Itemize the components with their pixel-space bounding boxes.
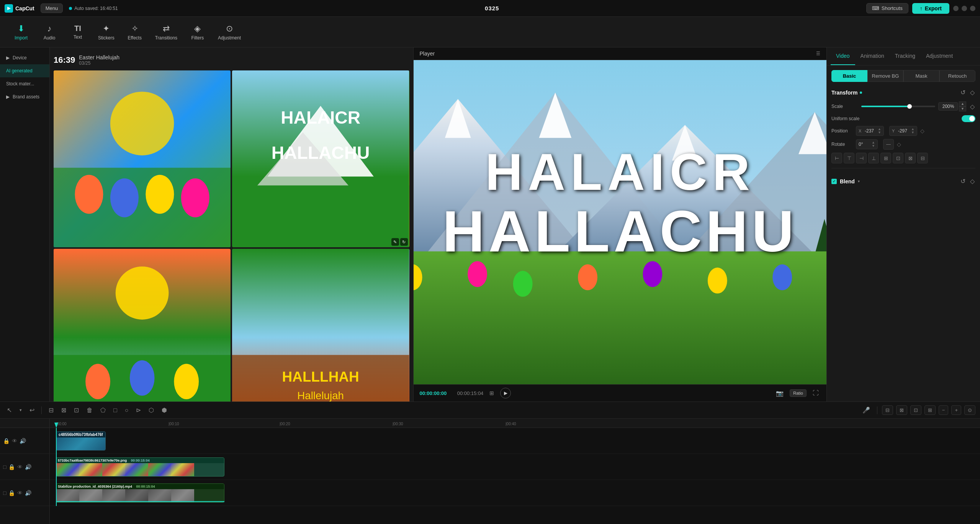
- rotate-reset-button[interactable]: —: [883, 139, 894, 150]
- reset-transform-button[interactable]: ↺: [960, 88, 966, 97]
- position-keyframe-button[interactable]: ◇: [919, 127, 925, 135]
- sidebar-item-device[interactable]: ▶ Device: [0, 51, 49, 64]
- track1-eye-icon[interactable]: 👁: [12, 438, 17, 444]
- edit-icon[interactable]: ✎: [391, 238, 399, 246]
- track2-audio-icon[interactable]: 🔊: [25, 464, 31, 470]
- pentagon-button[interactable]: ⬠: [98, 405, 108, 415]
- sub-tab-basic[interactable]: Basic: [831, 70, 867, 82]
- pos-y-down[interactable]: ▼: [911, 131, 915, 134]
- tool-text[interactable]: TI Text: [64, 21, 91, 43]
- blend-reset-button[interactable]: ↺: [960, 177, 966, 186]
- grid-view-icon[interactable]: ⊞: [488, 389, 496, 398]
- tl-fit-button[interactable]: ⊙: [964, 405, 975, 415]
- chevron-button[interactable]: ⊳: [134, 405, 143, 415]
- player-menu-icon[interactable]: ☰: [816, 51, 820, 56]
- clip-3[interactable]: Stabilize production_id_4035364 (2160p).…: [56, 483, 224, 503]
- select-tool-button[interactable]: ↖: [5, 405, 14, 415]
- square-button[interactable]: □: [111, 405, 119, 415]
- tl-zoom-in-button[interactable]: +: [951, 405, 961, 415]
- split-button[interactable]: ⊟: [46, 405, 56, 415]
- media-thumb-3[interactable]: [54, 249, 231, 402]
- align-left-button[interactable]: ⊢: [831, 153, 842, 163]
- align-right-button[interactable]: ⊣: [856, 153, 867, 163]
- track2-eye-icon[interactable]: 👁: [17, 464, 23, 470]
- rotate-field[interactable]: 0° ▲ ▼: [856, 139, 878, 149]
- tl-split2-button[interactable]: ⊡: [910, 405, 921, 415]
- track1-lock-icon[interactable]: 🔒: [3, 438, 10, 444]
- tab-tracking[interactable]: Tracking: [890, 47, 921, 65]
- track2-collapse-icon[interactable]: □: [3, 464, 6, 470]
- track1-audio-icon[interactable]: 🔊: [20, 438, 26, 444]
- uniform-scale-toggle[interactable]: [962, 115, 975, 122]
- sub-tab-remove-bg[interactable]: Remove BG: [867, 70, 903, 82]
- export-button[interactable]: ↑ Export: [912, 3, 949, 14]
- close-button[interactable]: [970, 6, 975, 11]
- split2-button[interactable]: ⊠: [59, 405, 69, 415]
- circle-button[interactable]: ○: [123, 405, 131, 415]
- tab-animation[interactable]: Animation: [855, 47, 890, 65]
- tool-audio[interactable]: ♪ Audio: [36, 21, 63, 44]
- pos-y-field[interactable]: Y -297 ▲ ▼: [889, 126, 917, 136]
- rotate-down[interactable]: ▼: [872, 144, 875, 148]
- tool-adjustment[interactable]: ⊙ Adjustment: [213, 21, 246, 44]
- align-center-v-button[interactable]: ⊡: [893, 153, 903, 163]
- tl-zoom-out-button[interactable]: −: [939, 405, 949, 415]
- tl-snap-button[interactable]: ⊟: [882, 405, 893, 415]
- tool-effects[interactable]: ✧ Effects: [121, 21, 148, 44]
- media-thumb-4[interactable]: HALLLHAH Hallelujah: [232, 249, 409, 402]
- sub-tab-retouch[interactable]: Retouch: [939, 70, 975, 82]
- sub-tab-mask[interactable]: Mask: [903, 70, 939, 82]
- blend-expand-icon[interactable]: ▾: [858, 179, 860, 183]
- track3-eye-icon[interactable]: 👁: [17, 490, 23, 496]
- tab-video[interactable]: Video: [831, 47, 855, 65]
- sidebar-item-brand-assets[interactable]: ▶ Brand assets: [0, 90, 49, 103]
- refresh-icon[interactable]: ↻: [400, 238, 408, 246]
- track3-audio-icon[interactable]: 🔊: [25, 490, 31, 496]
- split3-button[interactable]: ⊡: [72, 405, 81, 415]
- tool-filters[interactable]: ◈ Filters: [184, 21, 211, 44]
- clip-1[interactable]: c48556b0f6b73fbfab476f: [56, 431, 106, 451]
- blend-checkbox[interactable]: ✓: [831, 179, 837, 184]
- clip-2[interactable]: 5733bc7aa9bae79838c8617307e9e70e.png 00:…: [56, 457, 224, 477]
- align-center-h-button[interactable]: ⊞: [880, 153, 891, 163]
- media-thumb-2[interactable]: HALAICR HALLACHU ✎ ↻: [232, 70, 409, 247]
- screenshot-icon[interactable]: 📷: [774, 388, 785, 398]
- scale-slider[interactable]: [861, 106, 935, 107]
- tab-adjustment[interactable]: Adjustment: [921, 47, 958, 65]
- tool-import[interactable]: ⬇ Import: [8, 21, 34, 44]
- menu-button[interactable]: Menu: [41, 3, 63, 13]
- play-button[interactable]: ▶: [500, 388, 511, 398]
- mirror-button[interactable]: ⬡: [146, 405, 156, 415]
- align-bottom-button[interactable]: ⊥: [868, 153, 879, 163]
- minimize-button[interactable]: [953, 6, 959, 11]
- tl-select-dropdown[interactable]: ▾: [17, 406, 24, 414]
- rotate-keyframe-button[interactable]: ◇: [896, 140, 902, 148]
- scale-thumb[interactable]: [907, 104, 912, 109]
- undo-button[interactable]: ↩: [27, 405, 37, 415]
- align-distribute-h-button[interactable]: ⊠: [905, 153, 916, 163]
- sidebar-item-ai-generated[interactable]: AI generated: [0, 64, 49, 77]
- delete-button[interactable]: 🗑: [84, 405, 95, 415]
- tool-transitions[interactable]: ⇄ Transitions: [150, 21, 183, 44]
- sidebar-item-stock[interactable]: Stock mater...: [0, 77, 49, 90]
- pos-x-field[interactable]: X -237 ▲ ▼: [856, 126, 884, 136]
- scale-value[interactable]: 200%: [938, 102, 958, 111]
- playhead[interactable]: [56, 428, 57, 506]
- crop-button[interactable]: ⬢: [159, 405, 169, 415]
- mic-button[interactable]: 🎤: [860, 405, 872, 415]
- blend-keyframe-button[interactable]: ◇: [969, 177, 975, 186]
- tool-stickers[interactable]: ✦ Stickers: [93, 21, 120, 44]
- track3-collapse-icon[interactable]: □: [3, 490, 6, 496]
- fullscreen-icon[interactable]: ⛶: [811, 388, 820, 398]
- track3-lock-icon[interactable]: 🔒: [8, 490, 15, 496]
- align-distribute-v-button[interactable]: ⊟: [917, 153, 928, 163]
- maximize-button[interactable]: [962, 6, 967, 11]
- tl-lock-button[interactable]: ⊞: [924, 405, 936, 415]
- media-thumb-1[interactable]: [54, 70, 231, 247]
- ratio-button[interactable]: Ratio: [790, 389, 807, 397]
- shortcuts-button[interactable]: ⌨ Shortcuts: [866, 3, 908, 13]
- scale-down-button[interactable]: ▼: [959, 106, 966, 111]
- pos-x-down[interactable]: ▼: [878, 131, 881, 134]
- keyframe-transform-button[interactable]: ◇: [969, 88, 975, 97]
- scale-keyframe-button[interactable]: ◇: [969, 102, 975, 111]
